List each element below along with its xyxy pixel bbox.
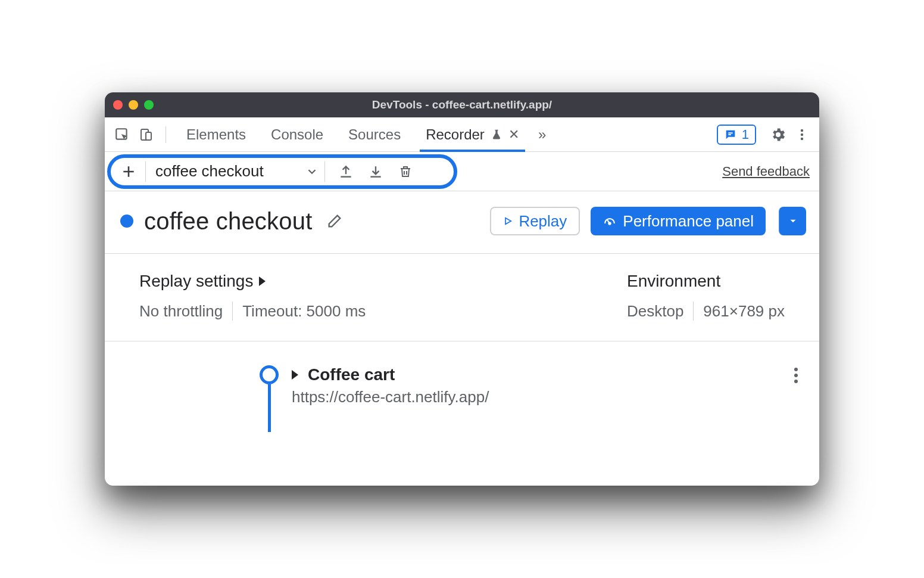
more-tabs-label: » [538, 126, 546, 143]
step-title: Coffee cart [308, 365, 395, 384]
recording-status-dot [120, 215, 133, 228]
issues-button[interactable]: 1 [717, 125, 756, 145]
settings-gear-icon[interactable] [768, 125, 788, 145]
devtools-window: DevTools - coffee-cart.netlify.app/ Elem… [105, 92, 819, 486]
edit-title-button[interactable] [326, 213, 343, 229]
tab-label: Sources [348, 126, 401, 143]
step-url: https://coffee-cart.netlify.app/ [292, 388, 489, 406]
import-recording-button[interactable] [364, 160, 387, 183]
divider [166, 126, 166, 143]
replay-button-label: Replay [519, 212, 567, 231]
throttling-value: No throttling [139, 302, 223, 321]
recorder-toolbar: coffee checkout Send feedback [105, 152, 819, 191]
delete-recording-button[interactable] [394, 160, 417, 183]
new-recording-button[interactable] [118, 161, 139, 182]
tab-label: Elements [186, 126, 246, 143]
timeout-value: Timeout: 5000 ms [242, 302, 366, 321]
caret-right-icon [292, 370, 298, 380]
divider [324, 161, 325, 182]
tab-sources[interactable]: Sources [338, 117, 411, 151]
replay-settings-toggle[interactable]: Replay settings [139, 272, 366, 291]
step-item[interactable]: Coffee cart https://coffee-cart.netlify.… [260, 365, 801, 432]
replay-settings-block: Replay settings No throttling Timeout: 5… [139, 272, 366, 321]
close-window-button[interactable] [113, 100, 123, 110]
step-node-icon [260, 365, 279, 384]
viewport-value: 961×789 px [703, 302, 785, 321]
svg-point-7 [801, 137, 803, 139]
svg-rect-4 [728, 134, 731, 135]
recording-title: coffee checkout [144, 208, 312, 235]
step-connector [268, 384, 271, 432]
more-tabs-button[interactable]: » [533, 117, 551, 151]
tab-label: Console [271, 126, 323, 143]
divider [693, 302, 694, 321]
issues-count: 1 [742, 127, 749, 142]
svg-rect-2 [146, 132, 151, 140]
performance-panel-dropdown[interactable] [779, 207, 806, 235]
minimize-window-button[interactable] [129, 100, 138, 110]
tab-elements[interactable]: Elements [176, 117, 257, 151]
divider [232, 302, 233, 321]
steps-list: Coffee cart https://coffee-cart.netlify.… [105, 341, 819, 486]
performance-panel-button[interactable]: Performance panel [591, 207, 766, 235]
device-value: Desktop [627, 302, 683, 321]
replay-settings-values: No throttling Timeout: 5000 ms [139, 302, 366, 321]
send-feedback-link[interactable]: Send feedback [722, 164, 810, 179]
more-menu-icon[interactable] [792, 125, 812, 145]
chevron-down-icon [305, 165, 319, 178]
device-toggle-icon[interactable] [136, 125, 156, 145]
titlebar: DevTools - coffee-cart.netlify.app/ [105, 92, 819, 117]
svg-point-5 [801, 129, 803, 131]
tab-label: Recorder [426, 126, 485, 143]
tab-recorder[interactable]: Recorder ✕ [415, 117, 530, 151]
window-title: DevTools - coffee-cart.netlify.app/ [105, 98, 819, 111]
inspect-element-icon[interactable] [112, 125, 132, 145]
settings-row: Replay settings No throttling Timeout: 5… [105, 254, 819, 341]
step-timeline [260, 365, 279, 432]
svg-rect-3 [728, 132, 732, 133]
caret-right-icon [259, 276, 266, 286]
recording-selector-label: coffee checkout [155, 162, 264, 181]
environment-label: Environment [627, 272, 720, 291]
export-recording-button[interactable] [335, 160, 357, 183]
performance-panel-label: Performance panel [623, 212, 754, 231]
replay-settings-label: Replay settings [139, 272, 253, 291]
divider [145, 161, 146, 182]
tab-console[interactable]: Console [260, 117, 334, 151]
maximize-window-button[interactable] [144, 100, 154, 110]
step-more-menu[interactable] [794, 368, 798, 383]
experiment-flask-icon [491, 129, 502, 141]
recording-selector[interactable]: coffee checkout [152, 162, 319, 181]
close-tab-icon[interactable]: ✕ [508, 127, 519, 142]
replay-button[interactable]: Replay [490, 207, 580, 235]
environment-values: Desktop 961×789 px [627, 302, 785, 321]
recording-header: coffee checkout Replay Performance panel [105, 191, 819, 254]
svg-point-6 [801, 133, 803, 135]
devtools-tabbar: Elements Console Sources Recorder ✕ » 1 [105, 117, 819, 152]
traffic-lights [113, 100, 154, 110]
environment-block: Environment Desktop 961×789 px [627, 272, 785, 321]
